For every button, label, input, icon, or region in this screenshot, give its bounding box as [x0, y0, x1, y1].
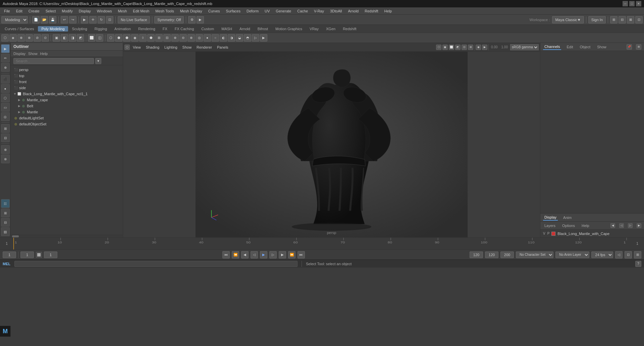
tab-xgen[interactable]: XGen — [323, 26, 339, 32]
menu-generate[interactable]: Generate — [273, 8, 294, 14]
menu-file[interactable]: File — [1, 8, 13, 14]
layer-prev-btn[interactable]: ◀ — [610, 223, 615, 228]
menu-curves[interactable]: Curves — [206, 8, 223, 14]
tool-layout-2[interactable]: ⊞ — [1, 209, 10, 217]
viewport-panels-menu[interactable]: Panels — [215, 45, 230, 50]
range-start-input[interactable] — [470, 251, 483, 258]
range-end-input[interactable] — [485, 251, 498, 258]
channels-expand-btn[interactable]: ⊞ — [636, 44, 641, 50]
tab-rigging[interactable]: Rigging — [91, 26, 110, 32]
outliner-item-group[interactable]: ▼ ⬜ Black_Long_Mantle_with_Cape_ncl1_1 — [11, 91, 123, 97]
layout-btn2[interactable]: ⊟ — [619, 16, 626, 23]
tab-show[interactable]: Show — [596, 44, 608, 50]
icon-btn-2[interactable]: ◈ — [9, 34, 17, 42]
tab-poly-modeling[interactable]: Poly Modeling — [38, 26, 68, 32]
icon-btn-11[interactable]: ⬜ — [88, 34, 95, 42]
tab-redshift[interactable]: Redshift — [339, 26, 360, 32]
select-btn[interactable]: ▶ — [81, 16, 88, 23]
menu-help[interactable]: Help — [382, 8, 395, 14]
viewport-canvas[interactable]: persp — [123, 52, 540, 237]
tab-vray[interactable]: VRay — [306, 26, 322, 32]
open-btn[interactable]: 📂 — [41, 16, 48, 23]
vp-icon-3[interactable]: ⬜ — [449, 45, 454, 50]
icon-btn-3[interactable]: ⊕ — [17, 34, 25, 42]
pb-settings-btn1[interactable]: ◁ — [615, 251, 623, 258]
anim-layer-dropdown[interactable]: No Anim Layer — [555, 251, 589, 258]
play-btn[interactable]: ▶ — [260, 251, 267, 258]
menu-mesh[interactable]: Mesh — [115, 8, 129, 14]
icon-btn-31[interactable]: ▷ — [252, 34, 259, 42]
close-button[interactable]: ✕ — [636, 1, 641, 6]
layer-next2-btn[interactable]: ▷ — [628, 223, 633, 228]
redo-btn[interactable]: ↪ — [69, 16, 76, 23]
outliner-item-side[interactable]: ⬛ side — [11, 85, 123, 91]
icon-btn-18[interactable]: ⬟ — [147, 34, 155, 42]
menu-windows[interactable]: Windows — [94, 8, 115, 14]
icon-btn-5[interactable]: ⊘ — [34, 34, 41, 42]
icon-btn-21[interactable]: ⊕ — [171, 34, 179, 42]
step-fwd-btn[interactable]: ▷ — [269, 251, 277, 258]
icon-btn-20[interactable]: ⊟ — [163, 34, 171, 42]
outliner-item-belt[interactable]: ▶ ◎ Belt — [11, 103, 123, 109]
icon-btn-19[interactable]: ⊞ — [155, 34, 163, 42]
workspace-dropdown[interactable]: Maya Classic▼ — [552, 16, 584, 23]
select-tool-btn[interactable]: ▶ — [1, 44, 10, 53]
outliner-item-defaultlightset[interactable]: ◎ defaultLightSet — [11, 115, 123, 121]
outliner-item-top[interactable]: ⬛ top — [11, 73, 123, 79]
menu-deform[interactable]: Deform — [244, 8, 261, 14]
viewport-nav-btn[interactable]: ⬡ — [124, 45, 130, 50]
viewport-view-menu[interactable]: View — [131, 45, 143, 50]
maximize-button[interactable]: □ — [629, 1, 635, 6]
icon-btn-29[interactable]: ◒ — [236, 34, 243, 42]
current-frame-input[interactable] — [3, 251, 16, 258]
icon-btn-6[interactable]: ⊙ — [42, 34, 49, 42]
undo-btn[interactable]: ↩ — [61, 16, 68, 23]
menu-edit[interactable]: Edit — [13, 8, 25, 14]
pb-settings-btn3[interactable]: ⊞ — [634, 251, 641, 258]
new-scene-btn[interactable]: 📄 — [32, 16, 40, 23]
icon-btn-25[interactable]: ● — [204, 34, 211, 42]
max-frame-input[interactable] — [500, 251, 514, 258]
menu-display[interactable]: Display — [76, 8, 94, 14]
menu-select[interactable]: Select — [43, 8, 59, 14]
layer-playback[interactable]: P — [547, 232, 550, 235]
vp-icon-4[interactable]: ◩ — [455, 45, 461, 50]
sub-frame-input[interactable] — [44, 251, 57, 258]
menu-mesh-tools[interactable]: Mesh Tools — [153, 8, 176, 14]
tab-custom[interactable]: Custom — [198, 26, 217, 32]
start-frame-input[interactable] — [20, 251, 34, 258]
save-btn[interactable]: 💾 — [49, 16, 56, 23]
poly-torus-btn[interactable]: ◎ — [1, 112, 10, 121]
outliner-filter-btn[interactable]: ▼ — [95, 58, 101, 64]
next-frame-btn[interactable]: ▶ — [279, 251, 286, 258]
tool-extra-4[interactable]: ⊗ — [1, 155, 10, 163]
outliner-help-menu[interactable]: Help — [40, 52, 48, 56]
symmetry-btn[interactable]: Symmetry: Off — [154, 16, 184, 23]
viewport-renderer-menu[interactable]: Renderer — [195, 45, 214, 50]
menu-arnold[interactable]: Arnold — [345, 8, 361, 14]
icon-btn-17[interactable]: ◊ — [139, 34, 147, 42]
icon-btn-28[interactable]: ◑ — [228, 34, 235, 42]
paint-tool-btn[interactable]: ✏ — [1, 54, 10, 62]
tool-extra-3[interactable]: ⊕ — [1, 145, 10, 154]
status-help-btn[interactable]: ? — [635, 261, 641, 267]
tab-channels[interactable]: Channels — [543, 44, 561, 50]
vp-icon-7[interactable]: ◉ — [476, 45, 481, 50]
live-surface-btn[interactable]: No Live Surface — [118, 16, 150, 23]
tab-motion-graphics[interactable]: Motion Graphics — [272, 26, 306, 32]
tool-extra-2[interactable]: ⊟ — [1, 133, 10, 142]
icon-btn-27[interactable]: ◐ — [220, 34, 227, 42]
layout-btn1[interactable]: ⊞ — [610, 16, 618, 23]
tool-extra-1[interactable]: ⊞ — [1, 124, 10, 133]
move-btn[interactable]: ✛ — [89, 16, 97, 23]
timeline-ruler-track[interactable]: 1 10 20 30 40 50 60 70 80 — [13, 238, 631, 249]
mel-command-input[interactable] — [14, 261, 298, 267]
tab-mash[interactable]: MASH — [218, 26, 235, 32]
vp-icon-1[interactable]: ⬡ — [436, 45, 441, 50]
icon-btn-7[interactable]: ▣ — [53, 34, 60, 42]
go-end-btn[interactable]: ⏭ — [298, 251, 305, 258]
tab-options[interactable]: Options — [561, 223, 576, 228]
play-back-btn[interactable]: ◁ — [251, 251, 258, 258]
tab-display[interactable]: Display — [543, 215, 558, 221]
channels-pin-btn[interactable]: 📌 — [627, 44, 632, 50]
